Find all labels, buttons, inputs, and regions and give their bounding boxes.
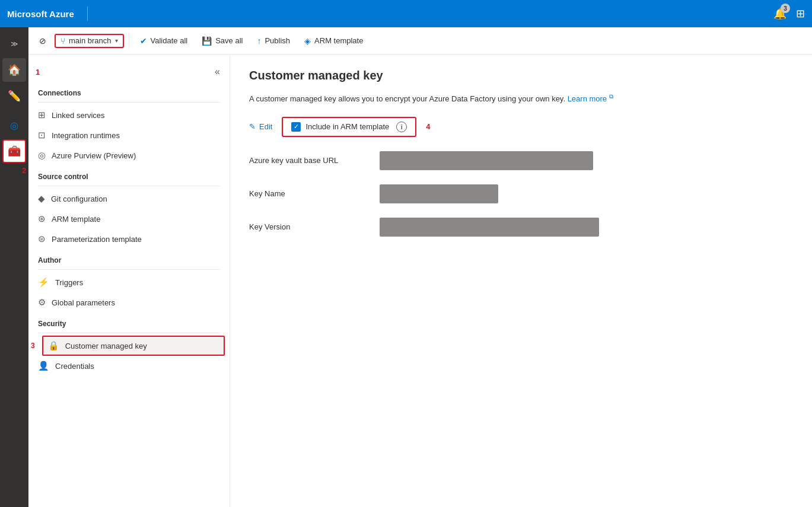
description-text: A customer managed key allows you to enc… bbox=[249, 94, 568, 103]
learn-more-text: Learn more bbox=[568, 94, 607, 103]
validate-all-button[interactable]: ✔ Validate all bbox=[134, 34, 194, 48]
arm-template-nav-icon: ⊛ bbox=[38, 213, 46, 224]
author-icon: ✏️ bbox=[8, 90, 21, 103]
nav-item-parameterization[interactable]: ⊜ Parameterization template bbox=[28, 229, 230, 249]
arm-template-button[interactable]: ◈ ARM template bbox=[298, 34, 369, 48]
publish-icon: ↑ bbox=[257, 36, 261, 46]
edit-row: ✎ Edit ✓ Include in ARM template i 4 bbox=[249, 117, 793, 137]
notification-badge: 3 bbox=[781, 4, 790, 13]
azure-purview-label: Azure Purview (Preview) bbox=[52, 151, 136, 160]
main-layout: 1 « Connections ⊞ Linked services ⊡ Inte… bbox=[28, 55, 812, 507]
nav-item-integration-runtimes[interactable]: ⊡ Integration runtimes bbox=[28, 125, 230, 145]
include-arm-label: Include in ARM template bbox=[305, 122, 389, 131]
source-control-divider bbox=[38, 186, 220, 186]
key-name-value bbox=[380, 184, 498, 203]
external-link-icon: ⧉ bbox=[609, 93, 613, 100]
content-area: Customer managed key A customer managed … bbox=[230, 55, 812, 507]
layout-icon[interactable]: ⊞ bbox=[796, 7, 805, 20]
sidebar-icon-monitor[interactable]: ◎ bbox=[2, 113, 26, 137]
branch-icon: ⑂ bbox=[60, 36, 65, 46]
learn-more-link[interactable]: Learn more ⧉ bbox=[568, 94, 613, 103]
key-name-field: Key Name bbox=[249, 184, 793, 203]
left-nav: 1 « Connections ⊞ Linked services ⊡ Inte… bbox=[28, 55, 230, 507]
toolbar-divider-1 bbox=[129, 33, 129, 49]
azure-key-vault-value bbox=[380, 151, 593, 170]
save-label: Save all bbox=[215, 36, 243, 45]
credentials-icon: 👤 bbox=[38, 361, 49, 371]
number-4-badge: 4 bbox=[426, 122, 430, 131]
left-nav-header: 1 « bbox=[28, 59, 230, 82]
edit-pencil-icon: ✎ bbox=[249, 122, 256, 131]
integration-runtimes-label: Integration runtimes bbox=[52, 131, 120, 140]
back-nav[interactable]: ⊘ bbox=[33, 34, 52, 48]
azure-key-vault-label: Azure key vault base URL bbox=[249, 156, 380, 165]
sidebar-number-2: 2 bbox=[22, 167, 26, 175]
nav-item-customer-managed-key[interactable]: 🔒 Customer managed key bbox=[42, 336, 225, 356]
notification-button[interactable]: 🔔 3 bbox=[773, 7, 786, 20]
arm-template-nav-label: ARM template bbox=[52, 215, 100, 224]
sidebar-icon-manage[interactable]: 🧰 bbox=[2, 139, 26, 163]
connections-section-header: Connections bbox=[28, 82, 230, 100]
key-name-label: Key Name bbox=[249, 189, 380, 198]
nav-number-3: 3 bbox=[28, 342, 35, 350]
security-divider bbox=[38, 333, 220, 333]
azure-key-vault-field: Azure key vault base URL bbox=[249, 151, 793, 170]
integration-runtimes-icon: ⊡ bbox=[38, 130, 46, 141]
branch-label: main branch bbox=[69, 36, 112, 45]
top-bar-actions: 🔔 3 ⊞ bbox=[773, 7, 805, 20]
global-params-label: Global parameters bbox=[52, 298, 115, 307]
save-icon: 💾 bbox=[202, 36, 212, 46]
include-arm-checkbox[interactable]: ✓ bbox=[291, 122, 301, 132]
azure-purview-icon: ◎ bbox=[38, 150, 46, 161]
monitor-icon: ◎ bbox=[10, 120, 18, 131]
triggers-icon: ⚡ bbox=[38, 277, 49, 288]
linked-services-icon: ⊞ bbox=[38, 110, 46, 120]
manage-icon: 🧰 bbox=[8, 145, 21, 158]
nav-item-global-params[interactable]: ⚙ Global parameters bbox=[28, 292, 230, 313]
nav-item-arm-template[interactable]: ⊛ ARM template bbox=[28, 209, 230, 229]
arm-template-label: ARM template bbox=[314, 36, 363, 45]
nav-item-git-configuration[interactable]: ◆ Git configuration bbox=[28, 189, 230, 209]
customer-key-icon: 🔒 bbox=[48, 340, 59, 351]
sidebar-icon-panel: ≫ 🏠 ✏️ ◎ 🧰 2 bbox=[0, 27, 28, 507]
customer-key-label: Customer managed key bbox=[65, 342, 147, 350]
triggers-label: Triggers bbox=[55, 278, 83, 287]
toolbar: ⊘ ⑂ main branch ▾ ✔ Validate all 💾 Save … bbox=[28, 27, 812, 55]
arm-icon: ◈ bbox=[304, 36, 311, 46]
edit-button[interactable]: ✎ Edit bbox=[249, 122, 272, 131]
sidebar-icon-home[interactable]: 🏠 bbox=[2, 58, 26, 82]
parameterization-label: Parameterization template bbox=[52, 235, 142, 244]
back-icon: ⊘ bbox=[39, 36, 46, 46]
expand-button[interactable]: ≫ bbox=[2, 32, 26, 56]
nav-item-linked-services[interactable]: ⊞ Linked services bbox=[28, 105, 230, 125]
publish-button[interactable]: ↑ Publish bbox=[251, 34, 296, 48]
nav-item-credentials[interactable]: 👤 Credentials bbox=[28, 356, 230, 376]
save-all-button[interactable]: 💾 Save all bbox=[196, 34, 249, 48]
info-icon[interactable]: i bbox=[396, 122, 407, 132]
top-bar: Microsoft Azure 🔔 3 ⊞ bbox=[0, 0, 812, 27]
author-section-header: Author bbox=[28, 249, 230, 267]
sidebar-icon-author[interactable]: ✏️ bbox=[2, 84, 26, 108]
key-version-label: Key Version bbox=[249, 222, 380, 231]
page-title: Customer managed key bbox=[249, 69, 793, 82]
parameterization-icon: ⊜ bbox=[38, 234, 46, 244]
validate-icon: ✔ bbox=[140, 36, 147, 46]
nav-number-1: 1 bbox=[36, 68, 40, 76]
git-config-label: Git configuration bbox=[51, 194, 107, 203]
publish-label: Publish bbox=[265, 36, 290, 45]
linked-services-label: Linked services bbox=[52, 111, 105, 120]
include-arm-checkbox-container[interactable]: ✓ Include in ARM template i bbox=[282, 117, 416, 137]
branch-selector[interactable]: ⑂ main branch ▾ bbox=[55, 34, 124, 48]
page-description: A customer managed key allows you to enc… bbox=[249, 92, 793, 105]
security-section-header: Security bbox=[28, 313, 230, 330]
home-icon: 🏠 bbox=[8, 63, 21, 76]
key-version-field: Key Version bbox=[249, 218, 793, 237]
nav-item-triggers[interactable]: ⚡ Triggers bbox=[28, 272, 230, 292]
git-config-icon: ◆ bbox=[38, 193, 45, 204]
top-bar-divider bbox=[87, 7, 88, 21]
nav-item-azure-purview[interactable]: ◎ Azure Purview (Preview) bbox=[28, 145, 230, 165]
collapse-nav-button[interactable]: « bbox=[212, 64, 222, 79]
validate-label: Validate all bbox=[151, 36, 188, 45]
app-title: Microsoft Azure bbox=[7, 9, 74, 19]
source-control-section-header: Source control bbox=[28, 165, 230, 183]
